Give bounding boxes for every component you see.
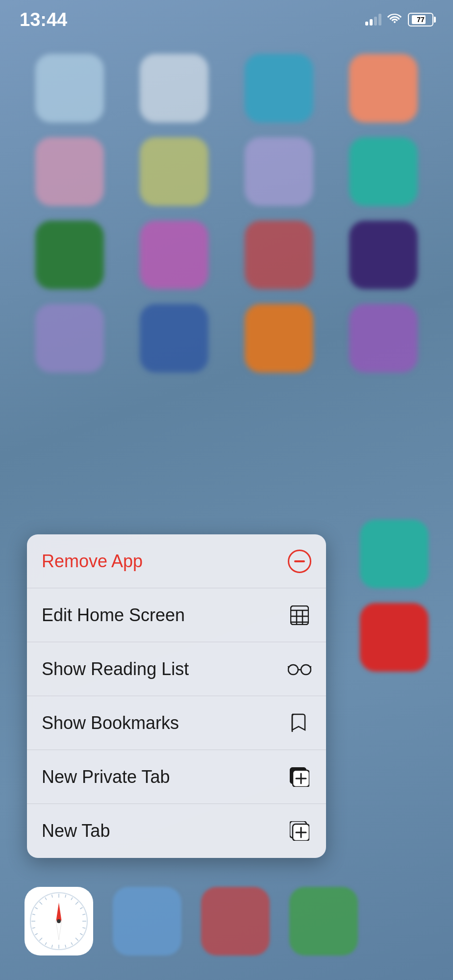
app-icon-6 xyxy=(140,137,208,206)
menu-item-private-tab[interactable]: New Private Tab xyxy=(27,750,326,804)
app-icon-9 xyxy=(35,221,104,289)
edit-home-label: Edit Home Screen xyxy=(42,605,185,626)
app-icon-1 xyxy=(35,54,104,123)
status-bar: 13:44 77 xyxy=(0,0,453,39)
svg-point-55 xyxy=(57,919,61,923)
battery-level: 77 xyxy=(417,16,425,24)
app-icon-16 xyxy=(349,304,418,373)
app-icon-11 xyxy=(245,221,313,289)
app-icon-3 xyxy=(245,54,313,123)
menu-item-remove-app[interactable]: Remove App xyxy=(27,534,326,588)
reading-list-label: Show Reading List xyxy=(42,659,189,679)
phone-grid-icon xyxy=(288,603,311,627)
battery-icon: 77 xyxy=(408,13,433,26)
app-icon-8 xyxy=(349,137,418,206)
menu-item-new-tab[interactable]: New Tab xyxy=(27,804,326,858)
app-icon-4 xyxy=(349,54,418,123)
book-icon xyxy=(288,711,311,735)
app-icon-10 xyxy=(140,221,208,289)
plus-filled-icon xyxy=(288,765,311,789)
dock-icon-3 xyxy=(201,887,270,955)
app-icon-2 xyxy=(140,54,208,123)
new-tab-label: New Tab xyxy=(42,821,110,841)
menu-item-bookmarks[interactable]: Show Bookmarks xyxy=(27,696,326,750)
menu-item-reading-list[interactable]: Show Reading List xyxy=(27,642,326,696)
app-grid xyxy=(0,54,453,373)
menu-item-edit-home[interactable]: Edit Home Screen xyxy=(27,588,326,642)
remove-app-label: Remove App xyxy=(42,551,143,572)
app-icon-5 xyxy=(35,137,104,206)
wifi-icon xyxy=(387,12,402,27)
minus-circle-icon xyxy=(288,550,311,573)
dock-icon-4 xyxy=(289,887,358,955)
svg-point-7 xyxy=(288,665,298,675)
safari-compass-icon xyxy=(29,892,88,951)
context-menu: Remove App Edit Home Screen Show Reading… xyxy=(27,534,326,858)
status-icons: 77 xyxy=(365,12,433,27)
app-icon-13 xyxy=(35,304,104,373)
svg-rect-0 xyxy=(294,560,305,562)
status-time: 13:44 xyxy=(20,9,67,30)
svg-point-8 xyxy=(301,665,311,675)
private-tab-label: New Private Tab xyxy=(42,767,170,787)
signal-icon xyxy=(365,14,381,25)
app-icon-14 xyxy=(140,304,208,373)
plus-outline-icon xyxy=(288,819,311,843)
dock xyxy=(0,862,453,980)
dock-icon-2 xyxy=(113,887,181,955)
app-icon-7 xyxy=(245,137,313,206)
app-icon-15 xyxy=(245,304,313,373)
bookmarks-label: Show Bookmarks xyxy=(42,713,179,733)
safari-app-icon[interactable] xyxy=(25,887,93,955)
app-icon-12 xyxy=(349,221,418,289)
glasses-icon xyxy=(288,657,311,681)
